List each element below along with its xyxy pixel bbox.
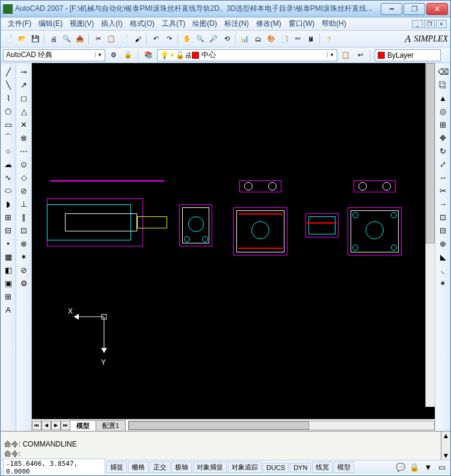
- command-text[interactable]: 命令: COMMANDLINE 命令:: [1, 432, 441, 460]
- osnap-toggle[interactable]: 对象捕捉: [193, 462, 227, 473]
- clean-screen-icon[interactable]: ▭: [436, 462, 448, 474]
- maximize-button[interactable]: ❐: [403, 3, 425, 15]
- new-icon[interactable]: 📄: [3, 33, 15, 45]
- ducs-toggle[interactable]: DUCS: [263, 463, 289, 472]
- save-icon[interactable]: 💾: [29, 33, 41, 45]
- otrack-toggle[interactable]: 对象追踪: [228, 462, 262, 473]
- tab-layout1[interactable]: 配置1: [96, 420, 126, 431]
- zoom-window-icon[interactable]: 🔎: [207, 33, 219, 45]
- markup-icon[interactable]: ✏: [292, 33, 304, 45]
- redo-icon[interactable]: ↷: [163, 33, 175, 45]
- scrollbar-thumb[interactable]: [426, 63, 435, 243]
- scale-icon[interactable]: ⤢: [437, 158, 449, 170]
- copy-obj-icon[interactable]: ⿻: [437, 79, 449, 91]
- menu-window[interactable]: 窗口(W): [285, 17, 318, 30]
- command-scrollbar[interactable]: ▲ ▼: [441, 432, 450, 460]
- layer-prev-icon[interactable]: ↩: [354, 49, 366, 61]
- extension-icon[interactable]: ⋯: [18, 145, 30, 157]
- tangent-icon[interactable]: ⊘: [18, 185, 30, 197]
- layer-manager-icon[interactable]: 📚: [143, 49, 155, 61]
- endpoint-icon[interactable]: ◻: [18, 92, 30, 104]
- tray-icon[interactable]: ▼: [422, 462, 434, 474]
- arc-icon[interactable]: ⌒: [2, 132, 14, 144]
- menu-edit[interactable]: 编辑(E): [35, 17, 66, 30]
- explode-icon[interactable]: ✴: [437, 277, 449, 289]
- layer-combo[interactable]: 💡 ☀ 🔓 🖨 中心 ▼: [157, 49, 337, 61]
- polyline-icon[interactable]: ⌇: [2, 92, 14, 104]
- tab-last-button[interactable]: ⏭: [61, 421, 70, 430]
- fillet-icon[interactable]: ◟: [437, 264, 449, 276]
- insert-block-icon[interactable]: ⊞: [2, 211, 14, 223]
- menu-modify[interactable]: 修改(M): [253, 17, 285, 30]
- vertical-scrollbar[interactable]: [425, 63, 435, 407]
- osnap-settings-icon[interactable]: ⚙: [18, 277, 30, 289]
- spline-icon[interactable]: ∿: [2, 171, 14, 183]
- offset-icon[interactable]: ◎: [437, 105, 449, 117]
- sheet-set-icon[interactable]: 📑: [278, 33, 290, 45]
- center-icon[interactable]: ⊙: [18, 158, 30, 170]
- insert-snap-icon[interactable]: ⊡: [18, 224, 30, 236]
- text-style-icon[interactable]: A: [402, 33, 414, 45]
- node-icon[interactable]: ⊗: [18, 237, 30, 249]
- color-combo[interactable]: ByLayer: [375, 49, 441, 61]
- mtext-icon[interactable]: A: [2, 304, 14, 316]
- open-icon[interactable]: 📂: [16, 33, 28, 45]
- help-icon[interactable]: ?: [323, 33, 335, 45]
- workspace-combo[interactable]: AutoCAD 经典 ▼: [3, 49, 105, 61]
- rotate-icon[interactable]: ↻: [437, 145, 449, 157]
- tab-first-button[interactable]: ⏮: [32, 421, 41, 430]
- lwt-toggle[interactable]: 线宽: [312, 462, 333, 473]
- calc-icon[interactable]: 🖩: [305, 33, 317, 45]
- break-icon[interactable]: ⊟: [437, 224, 449, 236]
- doc-close-button[interactable]: ×: [436, 20, 447, 28]
- ellipse-arc-icon[interactable]: ◗: [2, 198, 14, 210]
- extend-icon[interactable]: →: [437, 198, 449, 210]
- region-icon[interactable]: ▣: [2, 277, 14, 289]
- comm-center-icon[interactable]: 💬: [394, 462, 407, 474]
- hatch-icon[interactable]: ▦: [2, 251, 14, 263]
- workspace-settings-icon[interactable]: ⚙: [108, 49, 120, 61]
- model-toggle[interactable]: 模型: [334, 462, 354, 473]
- parallel-icon[interactable]: ∥: [18, 211, 30, 223]
- grid-toggle[interactable]: 栅格: [128, 462, 149, 473]
- erase-icon[interactable]: ⌫: [437, 66, 449, 78]
- chamfer-icon[interactable]: ◣: [437, 251, 449, 263]
- tool-palette-icon[interactable]: 🎨: [265, 33, 277, 45]
- temp-track-icon[interactable]: ⊸: [18, 66, 30, 78]
- rectangle-icon[interactable]: ▭: [2, 118, 14, 130]
- menu-dimension[interactable]: 标注(N): [221, 17, 253, 30]
- menu-help[interactable]: 帮助(H): [318, 17, 350, 30]
- stretch-icon[interactable]: ↔: [437, 171, 449, 183]
- make-block-icon[interactable]: ⊟: [2, 224, 14, 236]
- dyn-toggle[interactable]: DYN: [290, 463, 311, 472]
- preview-icon[interactable]: 🔍: [61, 33, 73, 45]
- nearest-icon[interactable]: ✶: [18, 251, 30, 263]
- design-center-icon[interactable]: 🗂: [252, 33, 264, 45]
- xline-icon[interactable]: ╲: [2, 79, 14, 91]
- break-point-icon[interactable]: ⊡: [437, 211, 449, 223]
- apparent-icon[interactable]: ⊗: [18, 132, 30, 144]
- snap-from-icon[interactable]: ↗: [18, 79, 30, 91]
- snap-toggle[interactable]: 捕捉: [106, 462, 127, 473]
- tab-model[interactable]: 模型: [70, 420, 96, 431]
- circle-icon[interactable]: ○: [2, 145, 14, 157]
- perpendicular-icon[interactable]: ⊥: [18, 198, 30, 210]
- tab-prev-button[interactable]: ◀: [41, 421, 51, 430]
- menu-format[interactable]: 格式(O): [126, 17, 158, 30]
- layer-state-icon[interactable]: 📋: [340, 49, 352, 61]
- array-icon[interactable]: ⊞: [437, 118, 449, 130]
- mirror-icon[interactable]: ▲: [437, 92, 449, 104]
- pan-icon[interactable]: ✋: [181, 33, 193, 45]
- publish-icon[interactable]: 📤: [74, 33, 86, 45]
- print-icon[interactable]: 🖨: [48, 33, 60, 45]
- table-icon[interactable]: ⊞: [2, 290, 14, 302]
- menu-view[interactable]: 视图(V): [66, 17, 97, 30]
- menu-tools[interactable]: 工具(T): [158, 17, 189, 30]
- line-icon[interactable]: ╱: [2, 66, 14, 78]
- none-icon[interactable]: ⊘: [18, 264, 30, 276]
- zoom-previous-icon[interactable]: ⟲: [221, 33, 233, 45]
- menu-file[interactable]: 文件(F): [4, 17, 35, 30]
- doc-restore-button[interactable]: ❐: [424, 20, 435, 28]
- lock-ui-icon[interactable]: 🔒: [408, 462, 420, 474]
- scroll-up-icon[interactable]: ▲: [443, 432, 450, 440]
